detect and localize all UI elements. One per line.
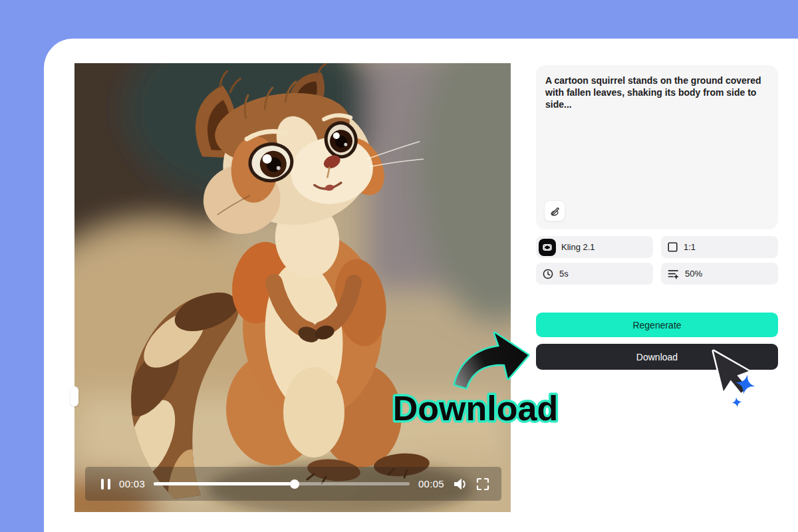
video-edge-notch: [70, 386, 78, 406]
progress-bar[interactable]: [154, 482, 410, 485]
prompt-box[interactable]: A cartoon squirrel stands on the ground …: [536, 65, 778, 229]
progress-handle[interactable]: [290, 479, 299, 489]
kling-logo-icon: [539, 239, 556, 256]
duration-pill[interactable]: 5s: [536, 263, 653, 285]
motion-strength-label: 50%: [685, 269, 702, 279]
squirrel-video-frame: [74, 63, 511, 512]
settings-pills: Kling 2.1 1:1 5s 50%: [536, 236, 778, 285]
total-time: 00:05: [418, 478, 444, 489]
pause-icon[interactable]: [101, 479, 110, 489]
regenerate-button[interactable]: Regenerate: [536, 313, 778, 337]
adjust-lines-icon: [668, 269, 679, 279]
progress-fill: [154, 482, 295, 485]
edit-prompt-button[interactable]: [544, 200, 565, 221]
motion-pill[interactable]: 50%: [661, 263, 778, 285]
aspect-ratio-pill[interactable]: 1:1: [661, 236, 778, 258]
generation-panel: A cartoon squirrel stands on the ground …: [536, 65, 778, 370]
prompt-text: A cartoon squirrel stands on the ground …: [545, 75, 769, 110]
fullscreen-icon[interactable]: [476, 477, 489, 491]
model-pill[interactable]: Kling 2.1: [536, 236, 653, 258]
volume-icon[interactable]: [453, 477, 467, 491]
aspect-ratio-label: 1:1: [684, 242, 696, 252]
video-controls-bar: 00:03 00:05: [85, 467, 501, 501]
video-player[interactable]: 00:03 00:05: [74, 63, 511, 512]
download-button[interactable]: Download: [536, 344, 778, 370]
model-pill-label: Kling 2.1: [561, 242, 595, 252]
clock-icon: [543, 269, 553, 279]
duration-label: 5s: [559, 269, 569, 279]
aspect-ratio-icon: [668, 242, 678, 252]
pen-edit-icon: [549, 205, 561, 217]
current-time: 00:03: [119, 478, 145, 489]
